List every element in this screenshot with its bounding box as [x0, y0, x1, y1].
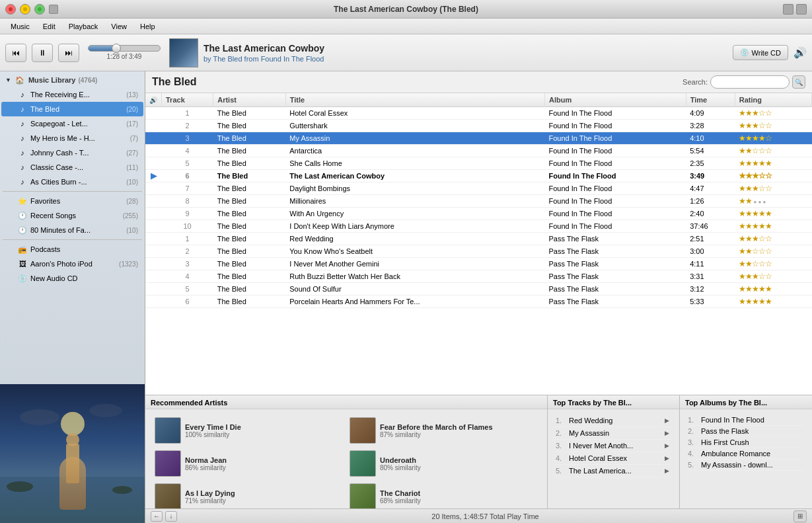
table-row[interactable]: 3The BledMy AssassinFound In The Flood4:…: [145, 132, 812, 145]
sidebar-item-classiccase[interactable]: ♪ Classic Case -... (11): [1, 160, 143, 175]
restore-button[interactable]: [49, 5, 58, 14]
track-rating[interactable]: ★★★☆☆: [735, 120, 811, 132]
table-row[interactable]: 2The BledYou Know Who's SeatbeltPass The…: [145, 245, 812, 258]
maximize-button[interactable]: [34, 4, 45, 15]
top-track-play-button[interactable]: ▶: [662, 441, 671, 450]
track-rating[interactable]: ★★☆☆☆: [735, 258, 811, 270]
top-track-play-button[interactable]: ▶: [662, 454, 671, 463]
star-rating[interactable]: ★★★★☆: [739, 134, 772, 143]
rec-artist-item[interactable]: Fear Before the March of Flames87% simil…: [348, 416, 539, 445]
star-rating[interactable]: ★★★★★: [739, 209, 772, 218]
col-title[interactable]: Title: [285, 93, 544, 107]
track-rating[interactable]: ★★★★★: [735, 296, 811, 308]
restore-down-button[interactable]: [783, 4, 794, 15]
table-row[interactable]: 8The BledMillionairesFound In The Flood1…: [145, 195, 812, 208]
table-row[interactable]: 1The BledHotel Coral EssexFound In The F…: [145, 107, 812, 120]
menu-view[interactable]: View: [106, 21, 132, 32]
track-rating[interactable]: ★★★★★: [735, 208, 811, 220]
table-row[interactable]: ▶6The BledThe Last American CowboyFound …: [145, 170, 812, 182]
track-rating[interactable]: ★★★★☆: [735, 132, 811, 145]
table-row[interactable]: 6The BledPorcelain Hearts And Hammers Fo…: [145, 296, 812, 308]
rec-artist-item[interactable]: Norma Jean86% similarity: [153, 449, 344, 478]
rec-artist-item[interactable]: Every Time I Die100% similarity: [153, 416, 344, 445]
track-rating[interactable]: ★★★☆☆: [735, 170, 811, 182]
star-rating[interactable]: ★★☆☆☆: [739, 247, 772, 256]
minimize-button[interactable]: [20, 4, 30, 15]
table-row[interactable]: 7The BledDaylight BombingsFound In The F…: [145, 182, 812, 195]
sidebar-item-podcasts[interactable]: 📻 Podcasts: [1, 242, 143, 257]
col-playing[interactable]: 🔊: [145, 93, 162, 107]
sidebar-item-favorites[interactable]: ⭐ Favorites (28): [1, 194, 143, 208]
status-nav-prev[interactable]: ←: [151, 511, 163, 522]
top-track-play-button[interactable]: ▶: [662, 428, 671, 438]
top-track-item[interactable]: 3.I Never Met Anoth...▶: [556, 440, 671, 452]
col-rating[interactable]: Rating: [735, 93, 811, 107]
rec-artists-content[interactable]: Every Time I Die100% similarityFear Befo…: [145, 409, 547, 508]
track-rating[interactable]: ★★ ● ● ●: [735, 195, 811, 208]
star-rating[interactable]: ★★☆☆☆: [739, 259, 772, 268]
table-row[interactable]: 5The BledSound Of SulfurPass The Flask3:…: [145, 283, 812, 296]
top-tracks-content[interactable]: 1.Red Wedding▶2.My Assassin▶3.I Never Me…: [548, 409, 679, 508]
top-album-item[interactable]: 2.Pass the Flask: [688, 426, 804, 437]
top-track-play-button[interactable]: ▶: [662, 416, 671, 425]
top-album-item[interactable]: 4.Ambulance Romance: [688, 448, 804, 460]
next-button[interactable]: ⏭: [58, 44, 79, 62]
sidebar-item-photopod[interactable]: 🖼 Aaron's Photo iPod (1323): [1, 257, 143, 271]
top-track-item[interactable]: 2.My Assassin▶: [556, 427, 671, 440]
sidebar-item-recentsongs[interactable]: 🕐 Recent Songs (255): [1, 208, 143, 223]
top-album-item[interactable]: 3.His First Crush: [688, 437, 804, 448]
rec-artist-item[interactable]: Underoath80% similarity: [348, 449, 539, 478]
top-track-item[interactable]: 5.The Last America...▶: [556, 465, 671, 477]
star-rating[interactable]: ★★★☆☆: [739, 184, 772, 193]
star-rating[interactable]: ★★★★★: [739, 284, 772, 294]
table-row[interactable]: 10The BledI Don't Keep With Liars Anymor…: [145, 220, 812, 233]
track-rating[interactable]: ★★★☆☆: [735, 107, 811, 120]
track-rating[interactable]: ★★★★★: [735, 283, 811, 296]
star-rating[interactable]: ★★☆☆☆: [739, 146, 772, 155]
write-cd-button[interactable]: 💿 Write CD: [733, 45, 788, 60]
close-button[interactable]: [5, 4, 16, 15]
sidebar-item-ascitiesburn[interactable]: ♪ As Cities Burn -... (10): [1, 175, 143, 189]
table-row[interactable]: 2The BledGuttersharkFound In The Flood3:…: [145, 120, 812, 132]
star-rating[interactable]: ★★★★★: [739, 221, 772, 231]
sidebar-item-80mins[interactable]: 🕐 80 Minutes of Fa... (10): [1, 223, 143, 237]
sidebar-item-myhero[interactable]: ♪ My Hero is Me - H... (7): [1, 131, 143, 145]
search-input[interactable]: [710, 75, 790, 89]
track-rating[interactable]: ★★☆☆☆: [735, 145, 811, 157]
table-row[interactable]: 1The BledRed WeddingPass The Flask2:51★★…: [145, 233, 812, 245]
now-playing-album-link[interactable]: Found In The Flood: [261, 55, 324, 63]
star-rating[interactable]: ★★★★★: [739, 159, 772, 168]
table-row[interactable]: 9The BledWith An UrgencyFound In The Flo…: [145, 208, 812, 220]
top-album-item[interactable]: 5.My Assassin - downl...: [688, 460, 804, 471]
track-rating[interactable]: ★★☆☆☆: [735, 245, 811, 258]
sidebar-item-scapegoat[interactable]: ♪ Scapegoat - Let... (17): [1, 116, 143, 131]
sidebar-library-header[interactable]: ▼ 🏠 Music Library (4764): [0, 71, 145, 87]
status-icon-right[interactable]: ⊞: [794, 510, 807, 522]
top-track-play-button[interactable]: ▶: [662, 466, 671, 475]
top-albums-content[interactable]: 1.Found In The Flood2.Pass the Flask3.Hi…: [680, 409, 812, 508]
star-rating[interactable]: ★★★☆☆: [739, 121, 772, 130]
col-time[interactable]: Time: [686, 93, 735, 107]
menu-edit[interactable]: Edit: [38, 21, 61, 32]
col-album[interactable]: Album: [544, 93, 686, 107]
pause-button[interactable]: ⏸: [32, 44, 53, 62]
rec-artist-item[interactable]: As I Lay Dying71% similarity: [153, 482, 344, 508]
top-album-item[interactable]: 1.Found In The Flood: [688, 415, 804, 426]
window-close-button[interactable]: [796, 4, 807, 15]
sidebar-item-johnnycash[interactable]: ♪ Johnny Cash - T... (27): [1, 145, 143, 160]
menu-help[interactable]: Help: [135, 21, 161, 32]
search-button[interactable]: 🔍: [792, 75, 805, 89]
table-row[interactable]: 3The BledI Never Met Another GeminiPass …: [145, 258, 812, 270]
star-rating[interactable]: ★★★☆☆: [739, 108, 772, 118]
sidebar-item-receiving[interactable]: ♪ The Receiving E... (13): [1, 87, 143, 102]
track-table-container[interactable]: 🔊 Track Artist Title Album Time Rating 1…: [145, 93, 812, 395]
rec-artist-item[interactable]: The Chariot68% similarity: [348, 482, 539, 508]
top-track-item[interactable]: 4.Hotel Coral Essex▶: [556, 452, 671, 465]
now-playing-artist-link[interactable]: The Bled: [213, 55, 242, 63]
track-rating[interactable]: ★★★☆☆: [735, 182, 811, 195]
menu-playback[interactable]: Playback: [63, 21, 104, 32]
star-rating[interactable]: ★★: [739, 196, 752, 206]
track-rating[interactable]: ★★★☆☆: [735, 233, 811, 245]
sidebar-item-newcd[interactable]: 💿 New Audio CD: [1, 271, 143, 286]
track-rating[interactable]: ★★★★★: [735, 220, 811, 233]
